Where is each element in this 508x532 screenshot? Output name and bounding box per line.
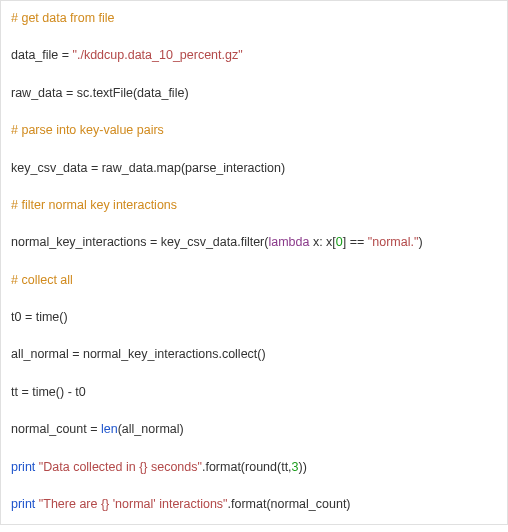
- code-line: print "There are {} 'normal' interaction…: [11, 495, 497, 514]
- code-token: key_csv_data.filter(: [157, 235, 268, 249]
- code-token: x: x[: [309, 235, 335, 249]
- code-token: all_normal: [11, 347, 72, 361]
- code-token: raw_data.map(parse_interaction): [98, 161, 285, 175]
- blank-line: [11, 66, 497, 84]
- blank-line: [11, 103, 497, 121]
- code-line: # get data from file: [11, 9, 497, 28]
- code-token: raw_data: [11, 86, 66, 100]
- blank-line: [11, 402, 497, 420]
- code-line: all_normal = normal_key_interactions.col…: [11, 345, 497, 364]
- string-literal: "normal.": [368, 235, 419, 249]
- code-token: time(): [29, 385, 68, 399]
- blank-line: [11, 28, 497, 46]
- blank-line: [11, 141, 497, 159]
- blank-line: [11, 365, 497, 383]
- string-literal: "Data collected in {} seconds": [39, 460, 202, 474]
- comment-text: # parse into key-value pairs: [11, 123, 164, 137]
- operator: =: [90, 422, 97, 436]
- code-token: ]: [343, 235, 350, 249]
- code-token: normal_count: [11, 422, 90, 436]
- string-literal: "There are {} 'normal' interactions": [39, 497, 228, 511]
- code-token: key_csv_data: [11, 161, 91, 175]
- operator: =: [62, 48, 69, 62]
- code-line: # collect all: [11, 271, 497, 290]
- code-token: )): [299, 460, 307, 474]
- string-literal: "./kddcup.data_10_percent.gz": [73, 48, 243, 62]
- code-token: (all_normal): [118, 422, 184, 436]
- code-line: normal_count = len(all_normal): [11, 420, 497, 439]
- keyword-print: print: [11, 497, 35, 511]
- operator: =: [21, 385, 28, 399]
- comment-text: # filter normal key interactions: [11, 198, 177, 212]
- number-literal: 3: [292, 460, 299, 474]
- code-token: normal_key_interactions: [11, 235, 150, 249]
- keyword-print: print: [11, 460, 35, 474]
- code-line: # filter normal key interactions: [11, 196, 497, 215]
- code-token: normal_key_interactions.collect(): [79, 347, 265, 361]
- code-line: tt = time() - t0: [11, 383, 497, 402]
- code-token: ): [418, 235, 422, 249]
- code-line: raw_data = sc.textFile(data_file): [11, 84, 497, 103]
- keyword-lambda: lambda: [268, 235, 309, 249]
- blank-line: [11, 440, 497, 458]
- blank-line: [11, 290, 497, 308]
- code-line: normal_key_interactions = key_csv_data.f…: [11, 233, 497, 252]
- code-line: key_csv_data = raw_data.map(parse_intera…: [11, 159, 497, 178]
- code-token: .format(round(tt,: [202, 460, 292, 474]
- number-literal: 0: [336, 235, 343, 249]
- code-token: .format(normal_count): [228, 497, 351, 511]
- builtin-len: len: [101, 422, 118, 436]
- blank-line: [11, 215, 497, 233]
- code-line: data_file = "./kddcup.data_10_percent.gz…: [11, 46, 497, 65]
- blank-line: [11, 477, 497, 495]
- comment-text: # collect all: [11, 273, 73, 287]
- operator: ==: [350, 235, 365, 249]
- code-token: t0: [72, 385, 86, 399]
- blank-line: [11, 253, 497, 271]
- comment-text: # get data from file: [11, 11, 115, 25]
- code-token: tt: [11, 385, 21, 399]
- code-line: t0 = time(): [11, 308, 497, 327]
- code-line: print "Data collected in {} seconds".for…: [11, 458, 497, 477]
- code-token: data_file: [11, 48, 62, 62]
- code-token: time(): [32, 310, 67, 324]
- code-token: sc.textFile(data_file): [73, 86, 188, 100]
- code-token: t0: [11, 310, 25, 324]
- blank-line: [11, 327, 497, 345]
- blank-line: [11, 178, 497, 196]
- code-line: # parse into key-value pairs: [11, 121, 497, 140]
- code-block: # get data from file data_file = "./kddc…: [0, 0, 508, 525]
